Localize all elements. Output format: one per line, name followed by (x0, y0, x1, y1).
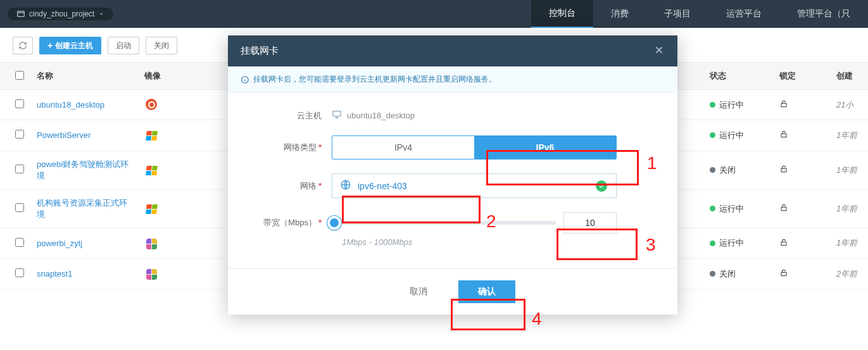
created-time: 1年前 (836, 130, 857, 140)
close-icon (653, 44, 665, 56)
select-all-checkbox[interactable] (15, 71, 24, 80)
created-time: 2年前 (836, 269, 857, 278)
tab-subproject[interactable]: 子项目 (646, 0, 708, 28)
globe-icon (340, 179, 351, 192)
status-badge: 运行中 (710, 99, 767, 111)
svg-rect-5 (781, 242, 786, 245)
tab-console[interactable]: 控制台 (531, 0, 593, 28)
required-star: * (318, 181, 322, 191)
chevron-down-icon (98, 11, 104, 17)
slider-thumb[interactable] (327, 216, 341, 230)
svg-rect-1 (781, 103, 786, 106)
lock-icon[interactable] (779, 166, 788, 175)
status-badge: 关闭 (710, 268, 767, 280)
status-badge: 运行中 (710, 237, 767, 249)
row-checkbox[interactable] (15, 99, 24, 108)
lock-icon[interactable] (779, 101, 788, 110)
confirm-button[interactable]: 确认 (458, 280, 515, 303)
svg-rect-8 (333, 111, 341, 116)
required-star: * (318, 142, 322, 152)
bandwidth-slider[interactable] (332, 221, 556, 225)
col-header-status: 状态 (703, 63, 773, 90)
app-icon (144, 237, 158, 251)
svg-rect-6 (781, 273, 786, 276)
check-icon (596, 180, 607, 192)
created-time: 1年前 (836, 238, 857, 247)
network-select[interactable]: ipv6-net-403 (332, 173, 617, 198)
plus-icon: + (47, 41, 53, 50)
col-header-name: 名称 (30, 63, 138, 90)
label-vm: 云主机 (249, 110, 332, 122)
col-header-created: 创建 (830, 63, 868, 90)
close-button[interactable] (653, 44, 665, 58)
row-checkbox[interactable] (15, 238, 24, 247)
svg-rect-2 (781, 134, 786, 137)
net-type-ipv6[interactable]: IPv6 (474, 136, 616, 159)
cancel-button[interactable]: 取消 (390, 280, 447, 303)
vm-name-link[interactable]: powerbi_zytj (37, 239, 82, 248)
tab-ops-platform[interactable]: 运营平台 (708, 0, 779, 28)
modal-info-text: 挂载网卡后，您可能需要登录到云主机更新网卡配置并且重启网络服务。 (253, 74, 496, 85)
top-navbar: cindy_zhou_project 控制台 消费 子项目 运营平台 管理平台（… (0, 0, 868, 28)
created-time: 1年前 (836, 165, 857, 175)
windows-icon (144, 129, 158, 143)
tab-admin-platform[interactable]: 管理平台（只 (779, 0, 868, 28)
col-header-lock: 锁定 (773, 63, 830, 90)
project-name: cindy_zhou_project (29, 9, 94, 18)
bandwidth-input[interactable] (563, 212, 617, 234)
lock-icon[interactable] (779, 204, 788, 214)
app-icon (144, 268, 158, 282)
modal-title: 挂载网卡 (241, 45, 279, 57)
lock-icon[interactable] (779, 131, 788, 141)
vm-name-value: ubuntu18_desktop (347, 111, 415, 120)
row-checkbox[interactable] (15, 130, 24, 139)
col-header-image: 镜像 (138, 63, 195, 90)
layers-icon (16, 9, 25, 18)
top-tabs: 控制台 消费 子项目 运营平台 管理平台（只 (531, 0, 868, 28)
status-badge: 运行中 (710, 203, 767, 215)
net-type-segmented: IPv4 IPv6 (332, 135, 617, 159)
label-net-type: 网络类型 (284, 142, 317, 152)
refresh-icon (18, 41, 27, 50)
info-icon (241, 75, 249, 84)
lock-icon[interactable] (779, 239, 788, 249)
attach-nic-modal: 挂载网卡 挂载网卡后，您可能需要登录到云主机更新网卡配置并且重启网络服务。 云主… (228, 35, 677, 315)
created-time: 21小 (836, 100, 853, 109)
lock-icon[interactable] (779, 270, 788, 279)
label-network: 网络 (300, 181, 317, 191)
row-checkbox[interactable] (15, 165, 24, 173)
svg-rect-0 (18, 11, 25, 16)
required-star: * (318, 218, 322, 227)
ubuntu-icon (144, 97, 158, 111)
label-bandwidth: 带宽（Mbps） (263, 218, 317, 227)
network-value: ipv6-net-403 (358, 181, 407, 191)
vm-name-link[interactable]: 机构账号资源采集正式环境 (37, 198, 127, 219)
row-checkbox[interactable] (15, 268, 24, 277)
tab-billing[interactable]: 消费 (593, 0, 646, 28)
row-checkbox[interactable] (15, 203, 24, 212)
svg-rect-3 (781, 168, 786, 172)
refresh-button[interactable] (13, 37, 33, 54)
vm-name-link[interactable]: ubuntu18_desktop (37, 100, 104, 109)
bandwidth-hint: 1Mbps - 1000Mbps (342, 237, 656, 247)
create-vm-button[interactable]: + 创建云主机 (39, 37, 101, 54)
status-badge: 关闭 (710, 165, 767, 176)
windows-icon (144, 163, 158, 177)
monitor-icon (332, 109, 342, 122)
net-type-ipv4[interactable]: IPv4 (332, 136, 474, 159)
project-dropdown[interactable]: cindy_zhou_project (8, 8, 113, 20)
modal-header: 挂载网卡 (228, 35, 677, 66)
vm-name-link[interactable]: PowerbiServer (37, 130, 91, 140)
modal-footer: 取消 确认 (228, 268, 677, 315)
created-time: 1年前 (836, 204, 857, 213)
windows-icon (144, 202, 158, 216)
vm-name-link[interactable]: powebi财务驾驶舱测试环境 (37, 159, 129, 180)
svg-rect-4 (781, 207, 786, 210)
create-vm-label: 创建云主机 (55, 41, 93, 51)
status-badge: 运行中 (710, 130, 767, 141)
start-button[interactable]: 启动 (108, 37, 139, 54)
vm-name-link[interactable]: snaptest1 (37, 269, 72, 278)
stop-button[interactable]: 关闭 (146, 37, 177, 54)
modal-info-bar: 挂载网卡后，您可能需要登录到云主机更新网卡配置并且重启网络服务。 (228, 66, 677, 93)
